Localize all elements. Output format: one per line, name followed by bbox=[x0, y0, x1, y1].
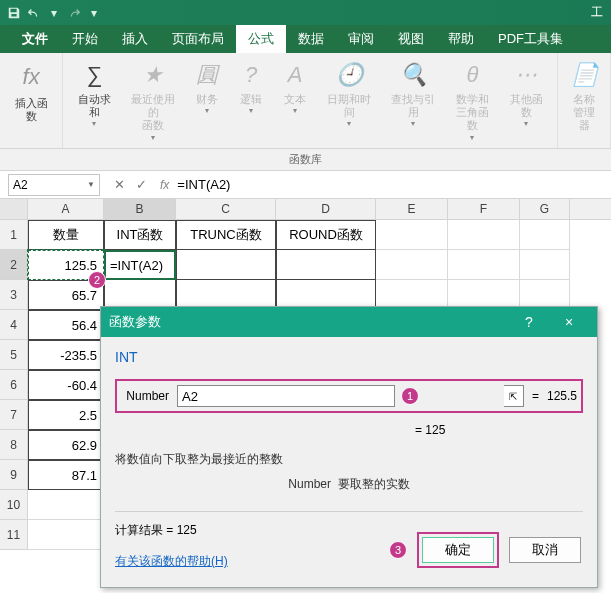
clock-icon: 🕘 bbox=[333, 59, 365, 91]
text-icon: A bbox=[279, 59, 311, 91]
select-all-corner[interactable] bbox=[0, 199, 28, 219]
col-header-G[interactable]: G bbox=[520, 199, 570, 219]
cancel-formula-icon[interactable]: ✕ bbox=[108, 174, 130, 196]
ok-button[interactable]: 确定 bbox=[422, 537, 494, 563]
save-icon[interactable] bbox=[4, 3, 24, 23]
cell[interactable] bbox=[276, 250, 376, 280]
cell[interactable] bbox=[448, 250, 520, 280]
annotation-badge-3: 3 bbox=[389, 541, 407, 559]
cell[interactable] bbox=[376, 220, 448, 250]
cell[interactable]: INT函数 bbox=[104, 220, 176, 250]
argument-description: 要取整的实数 bbox=[338, 477, 410, 491]
row-header[interactable]: 10 bbox=[0, 490, 28, 520]
insert-function-button[interactable]: fx 插入函数 bbox=[4, 55, 58, 148]
recent-functions-button[interactable]: ★ 最近使用的 函数▾ bbox=[121, 55, 185, 148]
redo-icon[interactable] bbox=[64, 3, 84, 23]
cell[interactable]: 2.5 bbox=[28, 400, 104, 430]
help-icon[interactable]: ? bbox=[509, 314, 549, 330]
tab-file[interactable]: 文件 bbox=[10, 25, 60, 53]
col-header-C[interactable]: C bbox=[176, 199, 276, 219]
qat-customize-icon[interactable]: ▾ bbox=[84, 3, 104, 23]
theta-icon: θ bbox=[456, 59, 488, 91]
row-header[interactable]: 5 bbox=[0, 340, 28, 370]
math-button[interactable]: θ 数学和 三角函数▾ bbox=[446, 55, 500, 148]
annotation-badge-2: 2 bbox=[88, 271, 106, 289]
number-label: Number bbox=[121, 389, 177, 403]
function-arguments-dialog: 函数参数 ? × INT Number 1 ⇱ = 125.5 = 125 将数… bbox=[100, 306, 598, 588]
dialog-titlebar[interactable]: 函数参数 ? × bbox=[101, 307, 597, 337]
cancel-button[interactable]: 取消 bbox=[509, 537, 581, 563]
recent-icon: ★ bbox=[137, 59, 169, 91]
col-header-F[interactable]: F bbox=[448, 199, 520, 219]
tab-layout[interactable]: 页面布局 bbox=[160, 25, 236, 53]
row-header[interactable]: 3 bbox=[0, 280, 28, 310]
cell[interactable] bbox=[28, 490, 104, 520]
row-header[interactable]: 6 bbox=[0, 370, 28, 400]
financial-button[interactable]: 圓 财务▾ bbox=[185, 55, 229, 148]
chevron-down-icon[interactable]: ▼ bbox=[87, 180, 95, 189]
cell[interactable] bbox=[376, 250, 448, 280]
cell[interactable] bbox=[520, 220, 570, 250]
undo-icon[interactable] bbox=[24, 3, 44, 23]
formula-input[interactable]: =INT(A2) bbox=[173, 177, 611, 192]
col-header-D[interactable]: D bbox=[276, 199, 376, 219]
name-box[interactable]: A2 ▼ bbox=[8, 174, 100, 196]
more-functions-button[interactable]: ⋯ 其他函数▾ bbox=[499, 55, 553, 148]
name-manager-button[interactable]: 📄 名称 管理器 bbox=[562, 55, 606, 148]
logical-icon: ? bbox=[235, 59, 267, 91]
more-icon: ⋯ bbox=[510, 59, 542, 91]
tab-pdf[interactable]: PDF工具集 bbox=[486, 25, 575, 53]
lookup-button[interactable]: 🔍 查找与引用▾ bbox=[381, 55, 445, 148]
number-input[interactable] bbox=[177, 385, 395, 407]
ribbon-tabs: 文件 开始 插入 页面布局 公式 数据 审阅 视图 帮助 PDF工具集 bbox=[0, 25, 611, 53]
col-header-B[interactable]: B bbox=[104, 199, 176, 219]
autosum-button[interactable]: ∑ 自动求和▾ bbox=[67, 55, 121, 148]
tab-data[interactable]: 数据 bbox=[286, 25, 336, 53]
cell[interactable] bbox=[448, 220, 520, 250]
accept-formula-icon[interactable]: ✓ bbox=[130, 174, 152, 196]
col-header-A[interactable]: A bbox=[28, 199, 104, 219]
tab-formulas[interactable]: 公式 bbox=[236, 25, 286, 53]
function-description: 将数值向下取整为最接近的整数 bbox=[115, 451, 583, 468]
cell[interactable]: 87.1 bbox=[28, 460, 104, 490]
cell[interactable]: ROUND函数 bbox=[276, 220, 376, 250]
cell[interactable]: 数量 bbox=[28, 220, 104, 250]
row-header[interactable]: 11 bbox=[0, 520, 28, 550]
text-button[interactable]: A 文本▾ bbox=[273, 55, 317, 148]
datetime-button[interactable]: 🕘 日期和时间▾ bbox=[317, 55, 381, 148]
function-help-link[interactable]: 有关该函数的帮助(H) bbox=[115, 553, 228, 570]
fx-icon: fx bbox=[13, 59, 49, 95]
cell[interactable]: -235.5 bbox=[28, 340, 104, 370]
row-header[interactable]: 8 bbox=[0, 430, 28, 460]
cell[interactable]: 62.9 bbox=[28, 430, 104, 460]
cell[interactable] bbox=[520, 250, 570, 280]
logical-button[interactable]: ? 逻辑▾ bbox=[229, 55, 273, 148]
qat-dropdown-icon[interactable]: ▾ bbox=[44, 3, 64, 23]
cell[interactable]: =INT(A2) bbox=[104, 250, 176, 280]
tab-view[interactable]: 视图 bbox=[386, 25, 436, 53]
tab-help[interactable]: 帮助 bbox=[436, 25, 486, 53]
tab-review[interactable]: 审阅 bbox=[336, 25, 386, 53]
formula-bar-row: A2 ▼ ✕ ✓ fx =INT(A2) bbox=[0, 171, 611, 199]
cell[interactable] bbox=[28, 520, 104, 550]
argument-preview: 125.5 bbox=[547, 389, 577, 403]
row-header[interactable]: 7 bbox=[0, 400, 28, 430]
tab-insert[interactable]: 插入 bbox=[110, 25, 160, 53]
tab-home[interactable]: 开始 bbox=[60, 25, 110, 53]
fx-label-icon[interactable]: fx bbox=[160, 178, 169, 192]
cell[interactable]: TRUNC函数 bbox=[176, 220, 276, 250]
app-title-fragment: 工 bbox=[591, 4, 607, 21]
cell[interactable] bbox=[176, 250, 276, 280]
name-box-value: A2 bbox=[13, 178, 28, 192]
range-picker-icon[interactable]: ⇱ bbox=[504, 385, 524, 407]
row-header[interactable]: 1 bbox=[0, 220, 28, 250]
annotation-badge-1: 1 bbox=[401, 387, 419, 405]
cell[interactable]: -60.4 bbox=[28, 370, 104, 400]
close-icon[interactable]: × bbox=[549, 314, 589, 330]
col-header-E[interactable]: E bbox=[376, 199, 448, 219]
row-header[interactable]: 4 bbox=[0, 310, 28, 340]
financial-icon: 圓 bbox=[191, 59, 223, 91]
cell[interactable]: 56.4 bbox=[28, 310, 104, 340]
row-header[interactable]: 9 bbox=[0, 460, 28, 490]
row-header[interactable]: 2 bbox=[0, 250, 28, 280]
